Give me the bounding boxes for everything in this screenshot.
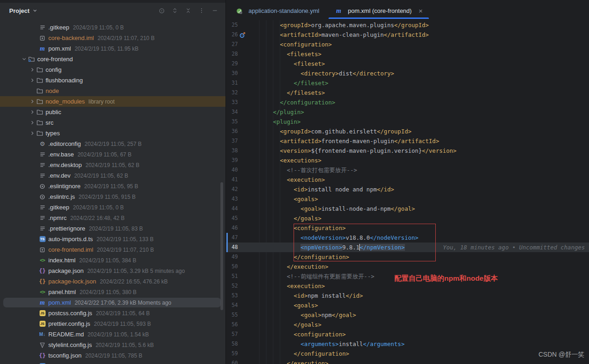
line-number[interactable]: 36 [231,127,238,136]
gutter-line-40[interactable]: 40 [226,165,252,175]
line-number[interactable]: 49 [231,252,238,262]
code-text[interactable]: <goal>npm</goal> [252,310,356,320]
vcs-change-marker[interactable] [226,243,228,252]
code-text[interactable]: <configuration> [252,40,332,49]
code-text[interactable]: <!--前端组件有更新需要放开--> [252,272,374,281]
gutter-line-30[interactable]: 30 [226,69,252,78]
code-text[interactable]: <execution> [252,281,325,291]
line-number[interactable]: 25 [231,20,238,30]
gutter-line-41[interactable]: 41 [226,175,252,185]
line-number[interactable]: 51 [231,272,238,281]
gutter-line-27[interactable]: 27 [226,40,252,49]
expand-collapse-icon[interactable] [171,7,179,14]
line-number[interactable]: 40 [231,165,238,175]
line-number[interactable]: 39 [231,156,238,165]
tree-row-editorconfig[interactable]: ⚙.editorconfig2024/2/19 11:05, 257 B [0,139,225,149]
gutter-line-33[interactable]: 33 [226,98,252,107]
gutter-line-54[interactable]: 54 [226,300,252,310]
tree-row-public[interactable]: public [0,107,225,117]
tree-scrollbar[interactable] [220,182,223,310]
gutter-line-39[interactable]: 39 [226,156,252,165]
line-number[interactable]: 56 [231,320,238,329]
tree-row-node-modules[interactable]: node_moduleslibrary root [0,96,225,107]
line-number[interactable]: 58 [231,339,238,349]
code-text[interactable]: <goals> [252,300,318,310]
code-text[interactable]: <id>npm install</id> [252,291,363,300]
tree-row-eslintrc-js[interactable]: .eslintrc.js2024/2/19 11:05, 915 B [0,191,225,202]
gutter-line-45[interactable]: 45 [226,214,252,223]
line-number[interactable]: 31 [231,78,238,88]
gutter-line-43[interactable]: 43 [226,194,252,204]
line-number[interactable]: 26 [231,30,238,40]
line-number[interactable]: 29 [231,59,238,69]
line-number[interactable]: 53 [231,291,238,300]
line-number[interactable]: 44 [231,204,238,214]
tree-row-flushbonading[interactable]: flushbonading [0,75,225,86]
line-number[interactable]: 60 [231,358,238,364]
tree-row-config[interactable]: config [0,64,225,75]
code-text[interactable]: <executions> [252,156,322,165]
tree-row-pom-xml[interactable]: mpom.xml2024/2/19 11:05, 11.95 kB [0,43,225,54]
code-text[interactable]: <artifactId>maven-clean-plugin</artifact… [252,30,429,40]
tree-row-npmrc[interactable]: .npmrc2024/2/22 16:48, 42 B [0,213,225,223]
tree-row-core-frontend-iml[interactable]: core-frontend.iml2024/2/19 11:07, 210 B [0,244,225,255]
code-text[interactable]: </plugin> [252,107,304,117]
gutter-line-34[interactable]: 34 [226,107,252,117]
line-number[interactable]: 38 [231,146,238,156]
tree-row-package-json[interactable]: {}package.json2024/2/19 11:05, 3.29 kB 5… [0,266,225,276]
gutter-line-60[interactable]: 60 [226,358,252,364]
collapse-all-icon[interactable] [185,7,192,14]
tree-row-pom-xml[interactable]: mpom.xml2024/2/22 17:06, 2.39 kB Moments… [0,297,225,308]
gutter-line-57[interactable]: 57 [226,329,252,339]
tree-row-stylelint-config-js[interactable]: stylelint.config.js2024/2/19 11:05, 5.6 … [0,340,225,350]
gutter-line-32[interactable]: 32 [226,88,252,98]
tab-application-standalone-yml[interactable]: application-standalone.yml [229,3,326,19]
chevron-right-icon[interactable] [29,130,36,137]
line-number[interactable]: 35 [231,117,238,127]
tree-row-core-backend-iml[interactable]: core-backend.iml2024/2/19 11:07, 210 B [0,33,225,43]
gutter-line-50[interactable]: 50 [226,262,252,272]
tree-row-postcss-config-js[interactable]: JSpostcss.config.js2024/2/19 11:05, 64 B [0,308,225,318]
tree-row-eslintignore[interactable]: .eslintignore2024/2/19 11:05, 95 B [0,181,225,191]
hide-panel-icon[interactable] [211,7,219,14]
code-text[interactable]: <filesets> [252,49,322,59]
code-text[interactable]: <plugin> [252,117,300,127]
code-text[interactable]: </configuration> [252,349,349,358]
gutter-line-25[interactable]: 25 [226,20,252,30]
tree-row-index-html[interactable]: <>index.html2024/2/19 11:05, 384 B [0,255,225,266]
tree-row-env-base[interactable]: .env.base2024/2/19 11:05, 67 B [0,149,225,160]
gutter-line-51[interactable]: 51 [226,272,252,281]
code-text[interactable]: </filesets> [252,88,325,98]
code-text[interactable]: </configuration> [252,98,335,107]
code-text[interactable]: <fileset> [252,59,325,69]
tree-row-env-desktop[interactable]: .env.desktop2024/2/19 11:05, 62 B [0,160,225,170]
line-number[interactable]: 37 [231,136,238,146]
code-text[interactable]: <version>${frontend-maven-plugin.version… [252,146,456,156]
gutter-line-53[interactable]: 53 [226,291,252,300]
gutter-line-31[interactable]: 31 [226,78,252,88]
tree-row-gitkeep[interactable]: .gitkeep2024/2/19 11:05, 0 B [0,22,225,33]
project-title-chevron-icon[interactable] [32,8,38,13]
chevron-right-icon[interactable] [29,77,36,84]
gutter-line-47[interactable]: 47 [226,233,252,243]
more-options-icon[interactable] [198,7,205,14]
line-number[interactable]: 42 [231,185,238,194]
gutter-line-58[interactable]: 58 [226,339,252,349]
tree-row-types[interactable]: types [0,128,225,139]
gutter-line-59[interactable]: 59 [226,349,252,358]
gutter-line-55[interactable]: 55 [226,310,252,320]
line-number[interactable]: 47 [231,233,238,243]
code-text[interactable]: <id>install node and npm</id> [252,185,394,194]
code-text[interactable]: <goals> [252,194,318,204]
code-text[interactable]: <!--首次打包需要放开--> [252,165,357,175]
tree-row-src[interactable]: src [0,117,225,128]
tree-row-vite-config-ts[interactable]: TSvite.config.ts2024/2/19 11:05, 492 B [0,361,225,364]
chevron-right-icon[interactable] [29,119,36,127]
code-text[interactable]: </execution> [252,262,329,272]
line-number[interactable]: 41 [231,175,238,185]
tree-row-env-dev[interactable]: .env.dev2024/2/19 11:05, 62 B [0,170,225,181]
line-number[interactable]: 59 [231,349,238,358]
gutter-line-36[interactable]: 36 [226,127,252,136]
tree-row-package-lock-json[interactable]: {}package-lock.json2024/2/22 16:55, 476.… [0,276,225,287]
gutter-line-35[interactable]: 35 [226,117,252,127]
